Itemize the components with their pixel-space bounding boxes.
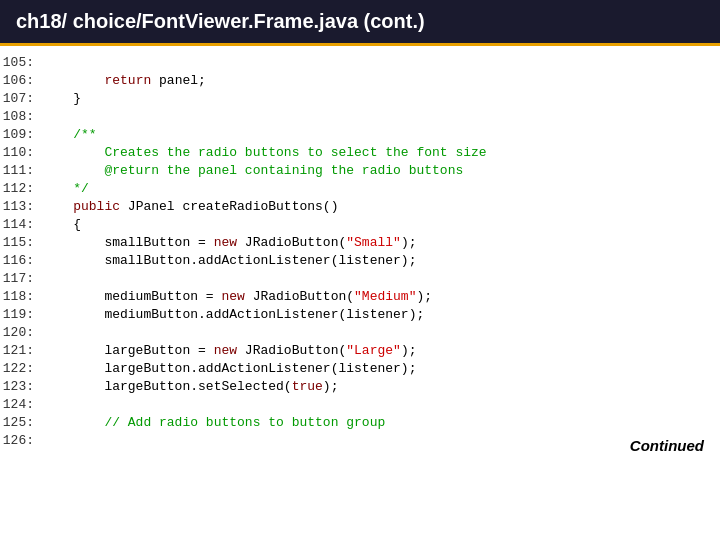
code-line-110: 110: Creates the radio buttons to select… xyxy=(0,144,720,162)
code-line-108: 108: xyxy=(0,108,720,126)
code-line-112: 112: */ xyxy=(0,180,720,198)
code-line-116: 116: smallButton.addActionListener(liste… xyxy=(0,252,720,270)
code-line-120: 120: xyxy=(0,324,720,342)
code-line-113: 113: public JPanel createRadioButtons() xyxy=(0,198,720,216)
code-line-123: 123: largeButton.setSelected(true); xyxy=(0,378,720,396)
code-line-106: 106: return panel; xyxy=(0,72,720,90)
code-line-121: 121: largeButton = new JRadioButton("Lar… xyxy=(0,342,720,360)
code-line-124: 124: xyxy=(0,396,720,414)
code-line-126: 126: xyxy=(0,432,720,450)
code-line-107: 107: } xyxy=(0,90,720,108)
continued-label: Continued xyxy=(630,437,704,454)
code-line-125: 125: // Add radio buttons to button grou… xyxy=(0,414,720,432)
code-line-105: 105: xyxy=(0,54,720,72)
code-line-117: 117: xyxy=(0,270,720,288)
code-line-118: 118: mediumButton = new JRadioButton("Me… xyxy=(0,288,720,306)
code-line-122: 122: largeButton.addActionListener(liste… xyxy=(0,360,720,378)
code-line-114: 114: { xyxy=(0,216,720,234)
code-line-115: 115: smallButton = new JRadioButton("Sma… xyxy=(0,234,720,252)
code-container: 105: 106: return panel; 107: } 108: 109:… xyxy=(0,46,720,458)
code-line-109: 109: /** xyxy=(0,126,720,144)
code-line-111: 111: @return the panel containing the ra… xyxy=(0,162,720,180)
code-line-119: 119: mediumButton.addActionListener(list… xyxy=(0,306,720,324)
header: ch18/ choice/FontViewer.Frame.java (cont… xyxy=(0,0,720,46)
header-title: ch18/ choice/FontViewer.Frame.java (cont… xyxy=(16,10,425,32)
